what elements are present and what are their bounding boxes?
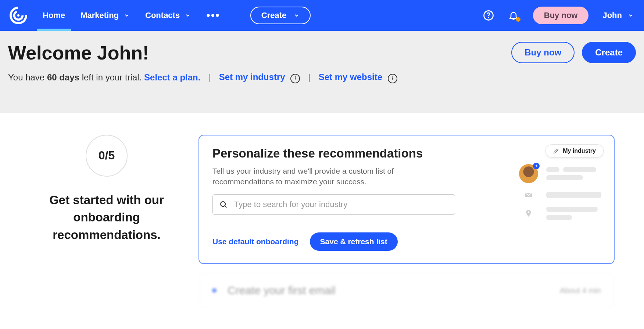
hero-create-button[interactable]: Create: [582, 42, 636, 63]
industry-input[interactable]: [234, 200, 448, 209]
info-icon[interactable]: i: [388, 74, 397, 83]
page-title: Welcome John!: [8, 42, 149, 64]
nav-marketing[interactable]: Marketing: [80, 0, 130, 31]
select-plan-link[interactable]: Select a plan.: [144, 72, 200, 82]
avatar: +: [519, 164, 538, 183]
card-illustration: My industry +: [519, 144, 604, 220]
chevron-down-icon: [124, 12, 130, 18]
notifications-icon[interactable]: [508, 10, 519, 21]
user-menu[interactable]: John: [602, 11, 634, 20]
svg-point-2: [17, 14, 20, 17]
nav-more-icon[interactable]: •••: [206, 9, 220, 22]
nav-marketing-label: Marketing: [80, 11, 119, 20]
card-subtitle: Tell us your industry and we'll provide …: [212, 166, 418, 187]
placeholder-bar: [563, 167, 596, 172]
nav-create-label: Create: [261, 11, 286, 20]
placeholder-bar: [546, 215, 572, 220]
set-industry-link[interactable]: Set my industry: [219, 72, 285, 82]
main: 0/5 Get started with our onboarding reco…: [0, 113, 644, 308]
brand-logo[interactable]: [8, 5, 29, 26]
industry-search[interactable]: [212, 194, 455, 215]
svg-line-6: [225, 206, 226, 207]
placeholder-bar: [546, 192, 601, 198]
info-icon[interactable]: i: [290, 74, 300, 83]
nav-home-label: Home: [43, 11, 65, 20]
nav-create-button[interactable]: Create: [250, 7, 311, 24]
sidebar-title: Get started with our onboarding recommen…: [29, 191, 184, 244]
nav-contacts-label: Contacts: [145, 11, 180, 20]
trial-text: You have 60 days left in your trial. Sel…: [8, 72, 200, 83]
content: Personalize these recommendations Tell u…: [198, 135, 615, 308]
use-default-link[interactable]: Use default onboarding: [212, 237, 299, 246]
mail-icon: [524, 191, 533, 199]
user-name: John: [602, 11, 622, 20]
next-card-title: Create your first email: [228, 284, 549, 297]
svg-point-4: [488, 17, 489, 18]
progress-indicator: 0/5: [86, 135, 128, 177]
placeholder-bar: [546, 175, 583, 180]
bullet-icon: [212, 288, 217, 293]
nav-contacts[interactable]: Contacts: [145, 0, 191, 31]
card-actions: Use default onboarding Save & refresh li…: [212, 232, 601, 251]
nav-buy-label: Buy now: [544, 11, 578, 20]
hero-subtitle: You have 60 days left in your trial. Sel…: [8, 72, 636, 83]
notification-badge: [516, 17, 520, 22]
my-industry-chip[interactable]: My industry: [545, 144, 604, 158]
onboarding-sidebar: 0/5 Get started with our onboarding reco…: [29, 135, 184, 244]
next-recommendation-card[interactable]: Create your first email About 4 min: [198, 273, 615, 308]
placeholder-bar: [546, 167, 559, 172]
svg-point-5: [221, 202, 225, 206]
nav-buy-button[interactable]: Buy now: [533, 7, 589, 24]
hero-buy-button[interactable]: Buy now: [511, 42, 575, 63]
chevron-down-icon: [628, 12, 634, 18]
location-icon: [524, 209, 533, 218]
chip-label: My industry: [563, 148, 596, 154]
help-icon[interactable]: [483, 10, 494, 21]
top-navbar: Home Marketing Contacts ••• Create Buy n…: [0, 0, 644, 31]
chevron-down-icon: [185, 12, 191, 18]
hero: Welcome John! Buy now Create You have 60…: [0, 31, 644, 113]
separator: |: [208, 72, 211, 83]
hero-actions: Buy now Create: [511, 42, 636, 63]
chevron-down-icon: [294, 12, 300, 18]
save-refresh-button[interactable]: Save & refresh list: [310, 232, 398, 251]
nav-home[interactable]: Home: [43, 0, 65, 31]
nav-right: Buy now John: [483, 7, 634, 24]
placeholder-bar: [546, 207, 598, 212]
nav-links: Home Marketing Contacts ••• Create: [43, 0, 311, 31]
separator: |: [308, 72, 310, 83]
pencil-icon: [553, 148, 559, 154]
search-icon: [219, 200, 228, 209]
set-website-link[interactable]: Set my website: [319, 72, 382, 82]
next-card-meta: About 4 min: [560, 286, 601, 295]
personalize-card: Personalize these recommendations Tell u…: [198, 135, 615, 264]
plus-icon: +: [533, 163, 540, 169]
